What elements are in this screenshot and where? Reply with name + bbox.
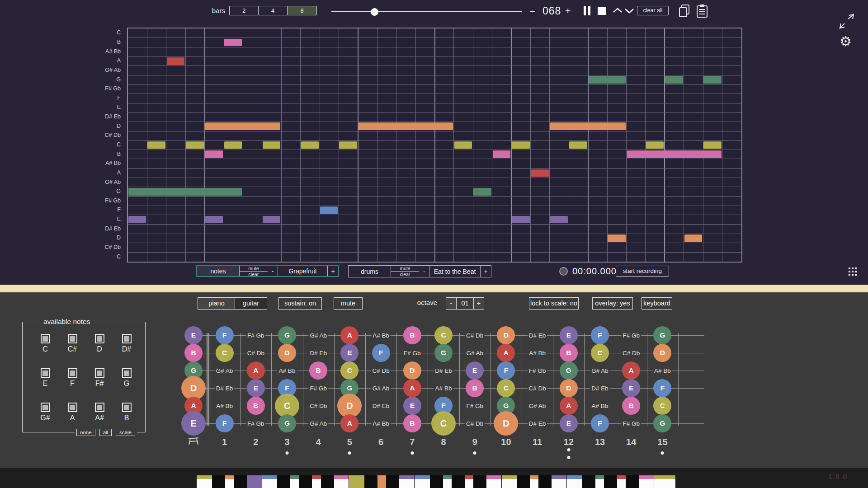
black-key-Gs[interactable]: [452, 475, 465, 488]
black-key-Ds[interactable]: [538, 475, 552, 488]
scroll-slider-track[interactable]: [331, 11, 522, 12]
fret-note-5-C[interactable]: C: [340, 361, 359, 380]
scroll-slider-thumb[interactable]: [371, 8, 378, 16]
gear-icon[interactable]: ⚙: [840, 33, 852, 49]
checkbox-D[interactable]: [95, 334, 104, 343]
piano-tab[interactable]: piano: [198, 297, 236, 310]
checkbox-F[interactable]: [68, 368, 77, 378]
note-block[interactable]: [589, 76, 626, 84]
fret-note-5-A[interactable]: A: [340, 326, 359, 344]
notes-clear-button[interactable]: clear: [240, 272, 268, 277]
paste-icon[interactable]: [694, 4, 709, 18]
fret-note-13-C[interactable]: C: [591, 344, 609, 362]
fullscreen-icon[interactable]: [838, 14, 856, 29]
black-key-Ds[interactable]: [386, 475, 399, 488]
black-key-Fs[interactable]: [430, 475, 443, 488]
fret-note-10-A[interactable]: A: [497, 344, 515, 362]
fret-note-13-F[interactable]: F: [591, 414, 609, 432]
fret-note-8-C[interactable]: C: [431, 411, 456, 436]
fret-note-10-C[interactable]: C: [497, 379, 515, 397]
checkbox-Cs[interactable]: [68, 334, 77, 343]
fret-note-13-F[interactable]: F: [591, 326, 609, 344]
fret-note-9-E[interactable]: E: [466, 361, 484, 380]
note-block[interactable]: [186, 141, 203, 149]
sustain-toggle[interactable]: sustain: on: [278, 297, 322, 310]
black-key-Cs[interactable]: [212, 475, 225, 488]
black-key-Cs[interactable]: [517, 475, 530, 488]
note-block[interactable]: [454, 141, 472, 149]
black-key-As[interactable]: [473, 475, 486, 488]
start-recording-button[interactable]: start recording: [616, 266, 669, 277]
fret-note-1-F[interactable]: F: [216, 414, 234, 432]
drums-prev-button[interactable]: -: [419, 266, 429, 277]
fret-note-12-E[interactable]: E: [560, 414, 578, 432]
checkbox-A[interactable]: [68, 403, 77, 412]
note-block[interactable]: [703, 76, 721, 84]
fret-note-14-E[interactable]: E: [622, 379, 640, 397]
note-block[interactable]: [263, 216, 280, 224]
fret-note-6-F[interactable]: F: [372, 344, 390, 362]
note-block[interactable]: [569, 141, 587, 149]
note-block[interactable]: [263, 141, 280, 149]
piano-roll-grid[interactable]: [127, 28, 742, 263]
note-block[interactable]: [301, 141, 319, 149]
note-block[interactable]: [550, 216, 568, 224]
open-string-1-E[interactable]: E: [184, 326, 203, 344]
octave-up-icon[interactable]: [612, 7, 623, 14]
checkbox-Gs[interactable]: [41, 403, 50, 412]
fret-note-2-B[interactable]: B: [247, 397, 265, 415]
fret-note-7-B[interactable]: B: [403, 414, 421, 432]
playhead[interactable]: [281, 28, 282, 262]
fret-note-2-A[interactable]: A: [247, 361, 265, 380]
fret-note-8-C[interactable]: C: [434, 326, 453, 344]
fret-note-12-B[interactable]: B: [560, 344, 578, 362]
drums-track-button[interactable]: drums: [349, 266, 391, 277]
fret-note-7-D[interactable]: D: [403, 361, 421, 380]
checkbox-Ds[interactable]: [122, 334, 132, 343]
fret-note-5-A[interactable]: A: [340, 414, 359, 432]
checkbox-As[interactable]: [95, 403, 104, 412]
fret-note-15-G[interactable]: G: [653, 326, 671, 344]
fret-note-9-B[interactable]: B: [466, 379, 484, 397]
keyboard-toggle[interactable]: keyboard: [642, 297, 672, 310]
fret-note-1-C[interactable]: C: [216, 344, 234, 362]
octave-down-icon[interactable]: [624, 8, 635, 14]
note-block[interactable]: [359, 122, 453, 130]
drums-clear-button[interactable]: clear: [391, 272, 419, 277]
fret-note-10-D[interactable]: D: [494, 411, 518, 436]
none-button[interactable]: none: [76, 429, 95, 436]
guitar-tab[interactable]: guitar: [235, 297, 267, 310]
black-key-Gs[interactable]: [299, 475, 312, 488]
checkbox-Fs[interactable]: [95, 368, 104, 378]
note-block[interactable]: [531, 169, 549, 177]
tempo-minus-button[interactable]: −: [530, 6, 535, 17]
fret-note-4-B[interactable]: B: [309, 361, 327, 380]
checkbox-C[interactable]: [41, 334, 50, 343]
apps-grid-icon[interactable]: [849, 267, 857, 276]
fret-note-7-A[interactable]: A: [403, 379, 421, 397]
note-block[interactable]: [128, 216, 146, 224]
note-block[interactable]: [339, 141, 357, 149]
fret-note-15-D[interactable]: D: [653, 344, 671, 362]
fret-note-14-A[interactable]: A: [622, 361, 640, 380]
bars-option-2[interactable]: 2: [230, 6, 259, 15]
fret-note-12-D[interactable]: D: [560, 379, 578, 397]
fret-note-12-A[interactable]: A: [560, 397, 578, 415]
black-key-As[interactable]: [321, 475, 334, 488]
note-block[interactable]: [205, 122, 281, 130]
tempo-plus-button[interactable]: +: [565, 5, 571, 16]
fret-note-3-G[interactable]: G: [278, 414, 296, 432]
notes-prev-button[interactable]: -: [268, 266, 278, 276]
note-block[interactable]: [512, 141, 529, 149]
note-block[interactable]: [147, 141, 165, 149]
piano-keyboard-strip[interactable]: [197, 475, 676, 488]
mute-button[interactable]: mute: [334, 297, 363, 310]
fret-note-12-G[interactable]: G: [560, 361, 578, 380]
fret-note-5-E[interactable]: E: [340, 344, 359, 362]
note-block[interactable]: [627, 150, 722, 158]
open-string-2-B[interactable]: B: [184, 344, 203, 362]
overlay-toggle[interactable]: overlay: yes: [592, 297, 633, 310]
white-key-C[interactable]: [654, 475, 676, 488]
fret-note-15-F[interactable]: F: [653, 379, 671, 397]
fret-note-8-G[interactable]: G: [434, 344, 453, 362]
